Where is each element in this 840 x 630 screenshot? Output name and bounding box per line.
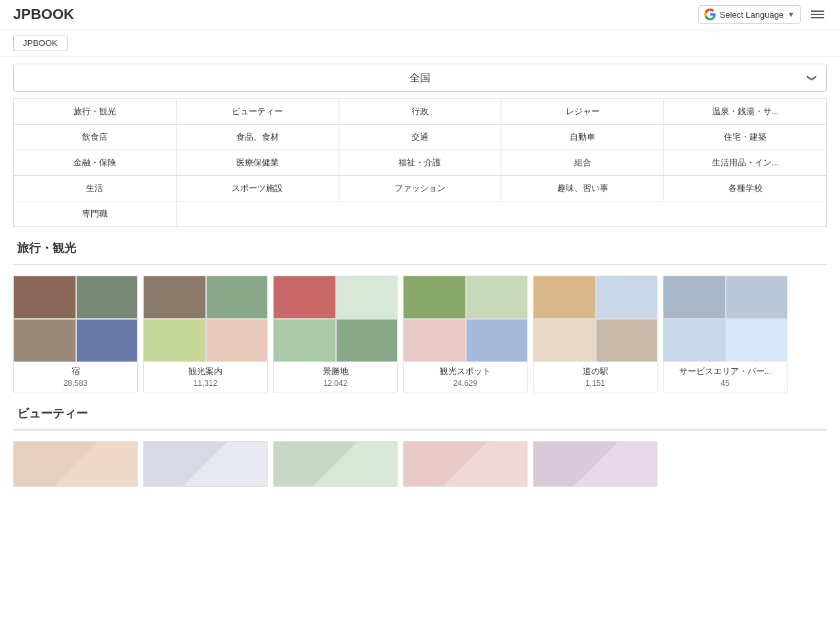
category-cell-2-3[interactable]: 組合 [501, 150, 664, 176]
travel-card-thumb-img-0-0 [14, 276, 75, 318]
travel-card-info-5: サービスエリア・パー...45 [663, 362, 787, 392]
travel-card-count-4: 1,151 [539, 379, 652, 388]
section-title-beauty: ビューティー [13, 406, 827, 421]
language-label: Select Language [720, 10, 784, 20]
travel-card-name-4: 道の駅 [539, 366, 652, 377]
language-selector[interactable]: Select Language ▼ [698, 5, 801, 24]
breadcrumb-item[interactable]: JPBOOK [13, 35, 68, 51]
site-logo[interactable]: JPBOOK [13, 6, 74, 23]
beauty-card-5[interactable] [533, 441, 658, 487]
travel-card-info-0: 宿28,583 [14, 362, 137, 392]
beauty-card-1[interactable] [13, 441, 138, 487]
travel-card-thumbnail-5 [663, 276, 788, 362]
travel-card-count-0: 28,583 [19, 379, 132, 388]
beauty-card-4[interactable] [403, 441, 528, 487]
travel-card-name-1: 観光案内 [149, 366, 262, 377]
travel-card-thumb-img-4-1 [597, 276, 658, 318]
beauty-card-2[interactable] [143, 441, 268, 487]
travel-card-thumb-img-5-3 [726, 320, 788, 362]
category-cell-3-2[interactable]: ファッション [339, 176, 501, 201]
category-cell-0-3[interactable]: レジャー [501, 99, 664, 125]
category-cell-1-2[interactable]: 交通 [339, 125, 501, 150]
category-cell-3-3[interactable]: 趣味、習い事 [501, 176, 664, 201]
region-selector: 全国 [13, 64, 827, 92]
category-cell-2-2[interactable]: 福祉・介護 [339, 150, 501, 176]
category-cell-4-3 [501, 201, 664, 227]
travel-card-thumb-img-1-0 [144, 276, 205, 318]
travel-card-thumb-img-4-0 [534, 276, 595, 318]
category-cell-2-4[interactable]: 生活用品・イン... [664, 150, 827, 176]
region-select[interactable]: 全国 [13, 64, 827, 92]
travel-card-thumb-img-0-3 [77, 320, 138, 362]
travel-card-thumb-img-3-3 [467, 320, 528, 362]
travel-card-count-3: 24,629 [409, 379, 522, 388]
category-cell-1-1[interactable]: 食品、食材 [176, 125, 339, 150]
travel-card-name-2: 景勝地 [279, 366, 392, 377]
travel-card-3[interactable]: 観光スポット24,629 [403, 276, 528, 392]
category-cell-4-2 [339, 201, 501, 227]
travel-card-thumb-img-1-2 [144, 320, 205, 362]
travel-card-thumb-img-5-0 [663, 276, 725, 318]
travel-card-thumb-img-4-3 [597, 320, 658, 362]
category-cell-0-2[interactable]: 行政 [339, 99, 501, 125]
section-travel: 旅行・観光 宿28,583観光案内11,312景勝地12,042観光スポット24… [13, 240, 827, 392]
category-cell-2-1[interactable]: 医療保健業 [176, 150, 339, 176]
travel-card-info-1: 観光案内11,312 [144, 362, 267, 392]
travel-card-name-0: 宿 [19, 366, 132, 377]
section-divider-beauty [13, 429, 827, 430]
travel-card-2[interactable]: 景勝地12,042 [273, 276, 398, 392]
category-cell-2-0[interactable]: 金融・保険 [14, 150, 177, 176]
travel-card-info-4: 道の駅1,151 [534, 362, 657, 392]
travel-card-thumb-img-5-1 [726, 276, 788, 318]
category-cell-3-0[interactable]: 生活 [14, 176, 177, 201]
travel-card-thumb-img-5-2 [663, 320, 725, 362]
category-cell-3-4[interactable]: 各種学校 [664, 176, 827, 201]
menu-line-3 [811, 17, 824, 18]
travel-card-thumbnail-2 [274, 276, 398, 362]
travel-card-thumb-img-2-1 [337, 276, 398, 318]
category-cell-1-3[interactable]: 自動車 [501, 125, 664, 150]
category-cell-0-0[interactable]: 旅行・観光 [14, 99, 177, 125]
region-select-wrapper: 全国 [13, 64, 827, 92]
travel-card-count-5: 45 [669, 379, 782, 388]
beauty-card-3[interactable] [273, 441, 398, 487]
category-cell-4-4 [664, 201, 827, 227]
menu-button[interactable] [808, 8, 827, 21]
travel-card-thumbnail-4 [534, 276, 658, 362]
travel-card-thumb-img-2-2 [274, 320, 335, 362]
travel-card-thumbnail-3 [404, 276, 528, 362]
category-cell-1-4[interactable]: 住宅・建築 [664, 125, 827, 150]
travel-card-grid: 宿28,583観光案内11,312景勝地12,042観光スポット24,629道の… [13, 276, 827, 392]
category-cell-4-0[interactable]: 専門職 [14, 201, 177, 227]
travel-card-4[interactable]: 道の駅1,151 [533, 276, 658, 392]
travel-card-0[interactable]: 宿28,583 [13, 276, 138, 392]
travel-card-5[interactable]: サービスエリア・パー...45 [663, 276, 788, 392]
travel-card-1[interactable]: 観光案内11,312 [143, 276, 268, 392]
category-cell-0-1[interactable]: ビューティー [176, 99, 339, 125]
travel-card-info-2: 景勝地12,042 [274, 362, 397, 392]
section-title-travel: 旅行・観光 [13, 240, 827, 256]
language-dropdown-arrow: ▼ [788, 10, 795, 18]
category-cell-0-4[interactable]: 温泉・銭湯・サ... [664, 99, 827, 125]
section-divider-travel [13, 264, 827, 265]
menu-line-2 [811, 14, 824, 15]
travel-card-thumbnail-1 [144, 276, 268, 362]
google-icon [704, 9, 716, 20]
travel-card-thumbnail-0 [14, 276, 138, 362]
travel-card-thumb-img-3-2 [404, 320, 465, 362]
travel-card-count-2: 12,042 [279, 379, 392, 388]
travel-card-count-1: 11,312 [149, 379, 262, 388]
travel-card-thumb-img-3-1 [467, 276, 528, 318]
travel-card-thumb-img-1-3 [207, 320, 268, 362]
category-cell-1-0[interactable]: 飲食店 [14, 125, 177, 150]
breadcrumb-bar: JPBOOK [0, 30, 840, 57]
travel-card-name-3: 観光スポット [409, 366, 522, 377]
category-cell-4-1 [176, 201, 339, 227]
header-right: Select Language ▼ [698, 5, 827, 24]
travel-card-name-5: サービスエリア・パー... [669, 366, 782, 377]
travel-card-thumb-img-2-0 [274, 276, 335, 318]
menu-line-1 [811, 10, 824, 12]
category-cell-3-1[interactable]: スポーツ施設 [176, 176, 339, 201]
travel-card-thumb-img-4-2 [534, 320, 595, 362]
travel-card-thumb-img-3-0 [404, 276, 465, 318]
